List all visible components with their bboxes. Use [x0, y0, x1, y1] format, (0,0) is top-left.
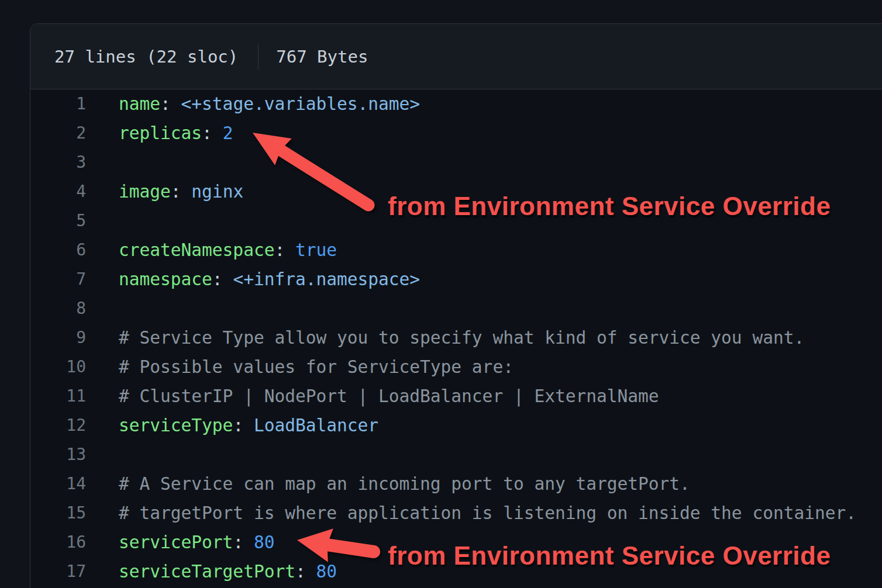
file-viewer-panel: 27 lines (22 sloc) 767 Bytes 1name: <+st… [30, 23, 882, 588]
code-text [86, 206, 119, 236]
code-line: 1name: <+stage.variables.name> [30, 89, 882, 119]
line-number[interactable]: 14 [30, 469, 86, 499]
line-number[interactable]: 5 [30, 206, 86, 236]
code-text: # ClusterIP | NodePort | LoadBalancer | … [86, 382, 659, 411]
line-number[interactable]: 8 [30, 294, 86, 323]
code-line: 3 [30, 148, 882, 177]
line-number[interactable]: 2 [30, 119, 86, 148]
line-number[interactable]: 7 [30, 265, 86, 294]
code-text [86, 440, 119, 469]
line-number[interactable]: 3 [30, 148, 86, 177]
line-number[interactable]: 16 [30, 528, 86, 557]
line-number[interactable]: 13 [30, 440, 86, 469]
code-line: 9# Service Type allow you to specify wha… [30, 323, 882, 352]
line-number[interactable]: 10 [30, 352, 86, 382]
code-text: serviceType: LoadBalancer [86, 411, 378, 440]
code-line: 12serviceType: LoadBalancer [30, 411, 882, 440]
code-line: 6createNamespace: true [30, 236, 882, 265]
line-number[interactable]: 9 [30, 323, 86, 352]
code-text: replicas: 2 [86, 119, 233, 148]
code-line: 16servicePort: 80 [30, 528, 882, 557]
code-line: 15# targetPort is where application is l… [30, 499, 882, 528]
file-size: 767 Bytes [276, 47, 368, 67]
code-text: # A Service can map an incoming port to … [86, 469, 690, 499]
code-text: serviceTargetPort: 80 [86, 557, 337, 586]
code-line: 8 [30, 294, 882, 323]
code-text: name: <+stage.variables.name> [86, 89, 420, 119]
code-line: 7namespace: <+infra.namespace> [30, 265, 882, 294]
code-line: 14# A Service can map an incoming port t… [30, 469, 882, 499]
file-header: 27 lines (22 sloc) 767 Bytes [30, 24, 882, 89]
code-text: servicePort: 80 [86, 528, 274, 557]
code-text [86, 148, 119, 177]
line-number[interactable]: 4 [30, 177, 86, 206]
code-text: namespace: <+infra.namespace> [86, 265, 420, 294]
code-line: 4image: nginx [30, 177, 882, 206]
code-line: 13 [30, 440, 882, 469]
code-line: 11# ClusterIP | NodePort | LoadBalancer … [30, 382, 882, 411]
header-divider [258, 44, 259, 70]
code-text: # targetPort is where application is lis… [86, 499, 856, 528]
line-number[interactable]: 6 [30, 236, 86, 265]
line-number[interactable]: 12 [30, 411, 86, 440]
line-number[interactable]: 15 [30, 499, 86, 528]
line-number[interactable]: 17 [30, 557, 86, 586]
code-lines: 1name: <+stage.variables.name>2replicas:… [30, 89, 882, 586]
file-lines-info: 27 lines (22 sloc) [54, 47, 238, 67]
code-line: 5 [30, 206, 882, 236]
page: 27 lines (22 sloc) 767 Bytes 1name: <+st… [0, 0, 882, 588]
code-text: # Service Type allow you to specify what… [86, 323, 804, 352]
code-line: 2replicas: 2 [30, 119, 882, 148]
code-text: image: nginx [86, 177, 243, 206]
code-line: 10# Possible values for ServiceType are: [30, 352, 882, 382]
code-text: createNamespace: true [86, 236, 337, 265]
code-text: # Possible values for ServiceType are: [86, 352, 514, 382]
code-text [86, 294, 119, 323]
line-number[interactable]: 11 [30, 382, 86, 411]
code-line: 17serviceTargetPort: 80 [30, 557, 882, 586]
line-number[interactable]: 1 [30, 89, 86, 119]
